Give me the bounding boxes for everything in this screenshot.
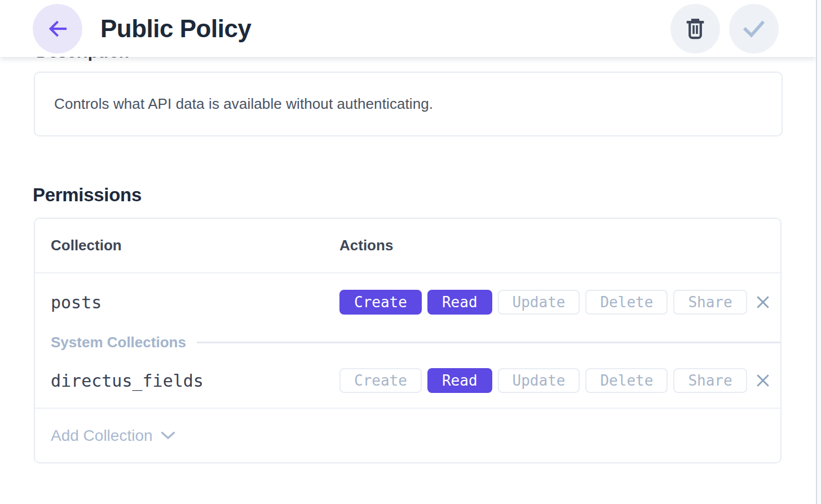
action-update-button[interactable]: Update bbox=[498, 290, 580, 315]
header: Public Policy bbox=[0, 0, 816, 57]
action-delete-button[interactable]: Delete bbox=[585, 290, 668, 315]
system-collections-label: System Collections bbox=[51, 334, 186, 351]
remove-row-button[interactable] bbox=[753, 292, 773, 312]
add-collection-label: Add Collection bbox=[51, 427, 153, 445]
description-value: Controls what API data is available with… bbox=[54, 95, 433, 113]
action-share-button[interactable]: Share bbox=[673, 290, 747, 315]
actions-cell: Create Read Update Delete Share bbox=[339, 290, 782, 315]
remove-row-button[interactable] bbox=[753, 370, 773, 391]
actions-cell: Create Read Update Delete Share bbox=[339, 368, 782, 393]
action-read-button[interactable]: Read bbox=[427, 290, 492, 315]
back-button[interactable] bbox=[33, 4, 82, 54]
page-title: Public Policy bbox=[100, 15, 251, 43]
arrow-left-icon bbox=[46, 17, 69, 41]
action-update-button[interactable]: Update bbox=[498, 368, 580, 393]
save-button[interactable] bbox=[729, 4, 779, 54]
action-create-button[interactable]: Create bbox=[339, 368, 422, 393]
add-collection-button[interactable]: Add Collection bbox=[51, 427, 176, 445]
chevron-down-icon bbox=[160, 431, 176, 441]
action-read-button[interactable]: Read bbox=[427, 368, 492, 393]
action-delete-button[interactable]: Delete bbox=[585, 368, 668, 393]
policy-detail-page: Description Public Policy Controls bbox=[0, 0, 821, 504]
column-header-actions: Actions bbox=[339, 237, 393, 254]
description-input[interactable]: Controls what API data is available with… bbox=[34, 72, 783, 136]
divider-line bbox=[197, 342, 780, 343]
delete-policy-button[interactable] bbox=[670, 4, 720, 54]
table-row-posts: posts Create Read Update Delete Share bbox=[35, 273, 780, 331]
x-icon bbox=[754, 293, 772, 311]
action-share-button[interactable]: Share bbox=[673, 368, 747, 393]
trash-icon bbox=[685, 17, 705, 40]
collection-name: posts bbox=[51, 293, 339, 312]
column-header-collection: Collection bbox=[51, 237, 339, 254]
table-header-row: Collection Actions bbox=[35, 219, 780, 273]
collection-name: directus_fields bbox=[51, 371, 339, 391]
system-collections-divider: System Collections bbox=[35, 331, 780, 353]
permissions-heading: Permissions bbox=[33, 184, 142, 206]
x-icon bbox=[754, 372, 772, 390]
permissions-table: Collection Actions posts Create Read Upd… bbox=[34, 218, 782, 463]
table-footer-row: Add Collection bbox=[35, 409, 780, 462]
scrollbar[interactable] bbox=[816, 0, 821, 504]
table-row-directus-fields: directus_fields Create Read Update Delet… bbox=[35, 353, 780, 409]
action-create-button[interactable]: Create bbox=[339, 290, 422, 315]
check-icon bbox=[741, 16, 767, 42]
